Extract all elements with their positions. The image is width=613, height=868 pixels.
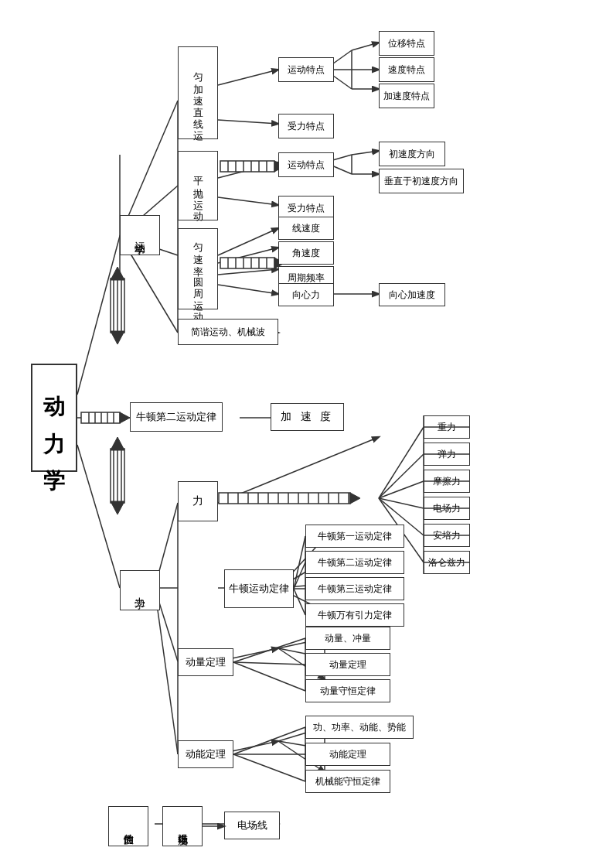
newton2-node: 牛顿第二运动定律 [130,402,223,432]
acceleration-node: 加 速 度 [271,403,344,431]
svg-line-7 [77,445,120,588]
elastic-node: 弹力 [424,443,470,466]
gravity-node: 重力 [424,415,470,439]
svg-line-20 [352,43,379,50]
momentum-conservation-node: 动量守恒定律 [305,679,390,702]
uniform-line-node: 匀 加 速 直 线 运 [178,46,218,139]
svg-line-134 [233,727,305,754]
svg-line-131 [233,662,305,665]
linear-velocity-node: 线速度 [278,217,334,240]
svg-marker-72 [111,501,124,514]
projectile-node: 平 抛 运 动 [178,151,218,220]
gravitation-node: 牛顿万有引力定律 [305,603,404,627]
mechanical-conservation-node: 机械能守恒定律 [305,770,390,793]
svg-line-28 [352,151,379,155]
svg-line-15 [218,120,278,124]
init-velocity-node: 初速度方向 [379,142,445,166]
svg-marker-94 [350,493,360,504]
motion-feature-2-node: 运动特点 [278,152,334,177]
centripetal-accel-node: 向心加速度 [379,283,445,306]
svg-marker-79 [120,412,130,423]
newton-laws-node: 牛顿运动定律 [224,569,294,608]
svg-line-112 [379,427,424,498]
svg-line-126 [294,562,305,589]
svg-line-14 [218,70,278,85]
svg-line-136 [233,754,305,781]
svg-rect-67 [111,449,124,503]
svg-rect-73 [81,412,120,423]
svg-line-23 [218,162,278,178]
svg-rect-95 [220,161,274,172]
perp-velocity-node: 垂直于初速度方向 [379,169,464,193]
svg-line-31 [218,248,278,263]
centripetal-node: 向心力 [278,283,334,306]
svg-line-32 [218,269,278,275]
force-nature-node: 力的性质 [108,806,148,846]
angular-velocity-node: 角速度 [278,241,334,265]
svg-line-128 [294,589,305,615]
svg-line-130 [233,638,305,662]
svg-rect-103 [220,258,274,268]
simple-harmonic-node: 简谐运动、机械波 [178,319,278,345]
kinematics-node: 运动学 [120,215,160,255]
friction-node: 摩擦力 [424,470,470,493]
field-line-node: 电场线 [224,812,280,839]
svg-line-132 [233,662,305,691]
svg-line-115 [379,498,424,508]
accel-feature-node: 加速度特点 [379,84,434,108]
electric-field-force-node: 电场力 [424,497,470,520]
dynamics-node: 力学 [120,570,160,610]
svg-line-30 [218,228,278,255]
work-power-node: 功、功率、动能、势能 [305,716,414,739]
newton2-law-node: 牛顿第二运动定律 [305,551,404,574]
svg-line-114 [379,481,424,498]
momentum-theorem-node: 动量定理 [178,648,233,676]
momentum-theorem-2-node: 动量定理 [305,653,390,676]
electric-intensity-node: 电场强度 [162,806,203,846]
svg-line-42 [218,437,379,503]
lorentz-node: 洛仑兹力 [424,551,470,574]
svg-line-4 [77,236,120,395]
kinetic-theorem-2-node: 动能定理 [305,743,390,766]
ampere-node: 安培力 [424,524,470,547]
svg-marker-71 [111,437,124,450]
displacement-node: 位移特点 [379,31,434,56]
force-node: 力 [178,481,218,521]
newton3-node: 牛顿第三运动定律 [305,577,404,600]
force-feature-1-node: 受力特点 [278,114,334,138]
kinetic-theorem-node: 动能定理 [178,740,233,768]
page: 动 力 学 运动学 力学 牛顿第二运动定律 加 速 度 匀 加 速 直 线 运 … [0,0,613,868]
svg-marker-65 [111,267,124,280]
svg-line-33 [218,285,278,294]
svg-line-125 [294,536,305,589]
svg-rect-80 [219,493,350,504]
main-node: 动 力 学 [31,364,77,472]
svg-line-113 [379,454,424,498]
uniform-circle-node: 匀 速 率 圆 周 运 动 [178,228,218,309]
svg-rect-61 [111,279,124,333]
motion-feature-1-node: 运动特点 [278,57,334,82]
svg-marker-66 [111,331,124,344]
momentum-impulse-node: 动量、冲量 [305,627,390,650]
velocity-node: 速度特点 [379,57,434,82]
svg-line-40 [155,588,178,754]
svg-line-24 [218,197,278,205]
newton1-node: 牛顿第一运动定律 [305,525,404,548]
